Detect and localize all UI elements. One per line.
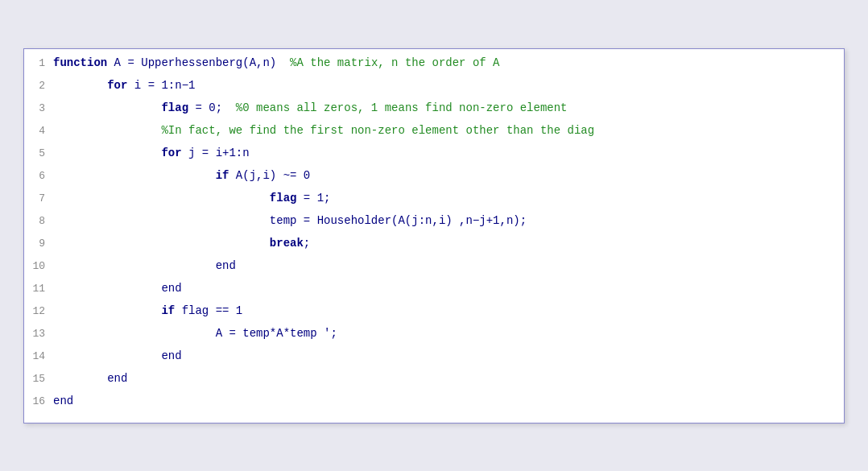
line-content: end [53,282,182,295]
line-number: 7 [24,192,53,205]
line-number: 6 [24,170,53,182]
code-token: %A the matrix, n the order of A [290,56,499,69]
line-content: break; [53,237,310,250]
code-token: A = Upperhessenberg(A,n) [107,56,290,69]
code-line: 15 end [24,371,844,394]
code-token [53,237,270,250]
code-line: 4 %In fact, we find the first non-zero e… [24,123,844,146]
code-line: 8 temp = Householder(A(j:n,i) ,n−j+1,n); [24,213,844,236]
code-token: end [53,372,127,385]
line-number: 5 [24,147,53,159]
code-token: end [53,282,182,295]
code-token: flag [161,101,188,114]
line-number: 12 [24,305,53,317]
line-number: 3 [24,102,53,114]
code-token [53,101,161,114]
line-content: end [53,259,236,272]
code-token: temp = Householder(A(j:n,i) ,n−j+1,n); [53,214,527,227]
line-content: for i = 1:n−1 [53,79,195,92]
code-token: break [270,237,304,250]
line-number: 10 [24,260,53,272]
code-token [53,192,270,205]
code-line: 9 break; [24,236,844,258]
line-number: 2 [24,80,53,92]
line-number: 1 [24,57,53,69]
code-token: if [161,304,175,317]
code-token [53,169,216,182]
line-content: if flag == 1 [53,304,242,317]
line-content: flag = 1; [53,192,330,205]
code-token: %0 means all zeros, 1 means find non-zer… [236,101,568,114]
code-token: if [216,169,229,182]
line-content: function A = Upperhessenberg(A,n) %A the… [53,56,500,69]
code-line: 1function A = Upperhessenberg(A,n) %A th… [24,56,844,78]
code-token: i = 1:n−1 [127,79,195,92]
line-content: temp = Householder(A(j:n,i) ,n−j+1,n); [53,214,527,227]
code-token [53,79,107,92]
code-line: 13 A = temp*A*temp '; [24,326,844,349]
code-line: 3 flag = 0; %0 means all zeros, 1 means … [24,101,844,123]
line-content: if A(j,i) ~= 0 [53,169,310,182]
line-number: 4 [24,125,53,137]
line-number: 13 [24,328,53,340]
code-token: = 1; [296,192,330,205]
code-token: ; [304,237,310,250]
code-token: for [107,79,127,92]
line-content: for j = i+1:n [53,147,250,159]
code-token: flag == 1 [175,304,242,317]
code-line: 6 if A(j,i) ~= 0 [24,168,844,191]
code-token: function [53,56,107,69]
code-token: flag [270,192,297,205]
code-token [53,124,161,137]
code-line: 12 if flag == 1 [24,304,844,326]
line-number: 14 [24,350,53,362]
code-token [53,147,161,159]
code-token: A(j,i) ~= 0 [229,169,310,182]
code-token: end [53,349,182,362]
line-content: %In fact, we find the first non-zero ele… [53,124,594,137]
line-content: flag = 0; %0 means all zeros, 1 means fi… [53,101,568,114]
code-line: 16end [24,394,844,416]
line-number: 16 [24,395,53,407]
code-token: A = temp*A*temp '; [53,327,337,340]
code-token: end [53,395,73,407]
line-content: end [53,372,127,385]
code-line: 14 end [24,349,844,371]
code-editor: 1function A = Upperhessenberg(A,n) %A th… [23,48,845,423]
code-line: 7 flag = 1; [24,191,844,213]
line-content: end [53,349,182,362]
code-token: j = i+1:n [182,147,250,159]
code-token: %In fact, we find the first non-zero ele… [161,124,594,137]
code-token [53,304,161,317]
line-number: 8 [24,215,53,227]
code-line: 2 for i = 1:n−1 [24,78,844,101]
line-number: 15 [24,373,53,385]
line-content: A = temp*A*temp '; [53,327,337,340]
code-token: = 0; [188,101,236,114]
code-line: 5 for j = i+1:n [24,146,844,168]
code-token: for [161,147,181,159]
line-number: 9 [24,238,53,250]
line-content: end [53,395,73,407]
code-line: 10 end [24,258,844,281]
line-number: 11 [24,283,53,295]
code-token: end [53,259,236,272]
code-line: 11 end [24,281,844,304]
